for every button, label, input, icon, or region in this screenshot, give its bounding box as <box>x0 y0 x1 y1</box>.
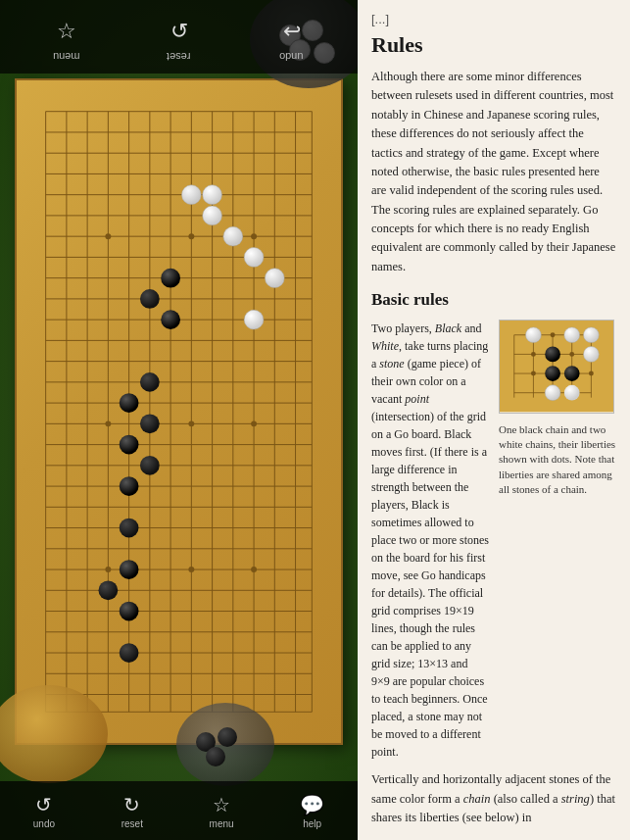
svg-point-73 <box>120 643 139 663</box>
reset-button-bottom[interactable]: ↻ reset <box>121 793 143 829</box>
rules-content: [...] Rules Although there are some mino… <box>358 0 630 840</box>
svg-point-45 <box>188 233 194 239</box>
chain-text: Vertically and horizontally adjacent sto… <box>371 770 616 827</box>
bottom-toolbar-left: ↺ undo ↻ reset ☆ menu 💬 help <box>0 781 358 840</box>
svg-point-90 <box>545 347 560 363</box>
svg-point-57 <box>244 248 264 268</box>
basic-rules-section: Two players, Black and White, take turns… <box>371 320 616 761</box>
chain-also: (also called a <box>491 792 561 806</box>
menu-icon-bottom: ☆ <box>213 793 230 816</box>
svg-point-46 <box>251 233 257 239</box>
svg-point-47 <box>105 420 111 426</box>
undo-icon-top: ↩ <box>272 12 312 51</box>
rules-intro-paragraph: Although there are some minor difference… <box>371 68 616 276</box>
svg-point-63 <box>140 372 160 392</box>
diagram-caption: One black chain and two white chains, th… <box>499 422 616 498</box>
help-label-bottom: help <box>303 818 321 829</box>
undo-label-bottom: undo <box>33 818 55 829</box>
reset-button-top[interactable]: ↺ reset <box>160 12 199 63</box>
svg-point-53 <box>203 185 222 205</box>
undo-icon-bottom: ↺ <box>35 793 52 816</box>
basic-and: and <box>461 321 481 335</box>
basic-text-1: Two players, <box>371 321 435 335</box>
svg-point-87 <box>531 371 536 376</box>
top-toolbar: ☆ menu ↺ reset ↩ undo <box>0 0 358 74</box>
reset-icon-top: ↺ <box>160 12 199 51</box>
basic-paragraph: Two players, Black and White, take turns… <box>371 320 489 761</box>
svg-point-50 <box>105 567 111 572</box>
help-button-bottom[interactable]: 💬 help <box>300 793 324 829</box>
svg-point-64 <box>120 393 139 413</box>
svg-point-86 <box>569 352 574 357</box>
reset-label-bottom: reset <box>121 818 143 829</box>
menu-label-top: menu <box>53 51 80 63</box>
svg-point-72 <box>120 602 139 621</box>
rules-intro: Although there are some minor difference… <box>371 68 616 276</box>
undo-label-top: undo <box>279 51 303 63</box>
black-label: Black <box>435 321 461 335</box>
svg-point-44 <box>105 233 111 239</box>
svg-point-52 <box>251 567 257 572</box>
basic-text-4: (intersection) of the grid on a Go board… <box>371 410 489 759</box>
svg-point-69 <box>120 519 139 538</box>
undo-button-bottom[interactable]: ↺ undo <box>33 793 55 829</box>
svg-point-60 <box>161 269 180 288</box>
point-label: point <box>405 392 429 406</box>
rules-title: Rules <box>371 32 616 58</box>
svg-point-55 <box>203 206 222 225</box>
go-diagram-svg <box>499 320 614 413</box>
svg-point-58 <box>265 269 284 288</box>
menu-button-top[interactable]: ☆ menu <box>47 12 86 63</box>
svg-point-66 <box>120 435 139 455</box>
basic-rules-text: Two players, Black and White, take turns… <box>371 320 489 761</box>
left-panel: ☆ menu ↺ reset ↩ undo <box>0 0 358 840</box>
reset-label-top: reset <box>167 51 190 63</box>
svg-point-67 <box>140 456 160 475</box>
svg-point-94 <box>564 327 580 343</box>
svg-point-89 <box>589 371 594 376</box>
svg-point-54 <box>181 185 201 205</box>
svg-point-56 <box>223 226 243 246</box>
chain-em: chain <box>463 792 491 806</box>
svg-point-96 <box>584 327 600 343</box>
svg-point-65 <box>140 414 160 433</box>
white-label: White <box>371 339 399 353</box>
svg-point-91 <box>545 366 560 381</box>
right-panel: [...] Rules Although there are some mino… <box>358 0 630 840</box>
svg-point-62 <box>161 310 180 329</box>
svg-point-61 <box>140 289 160 309</box>
menu-icon-top: ☆ <box>47 12 86 51</box>
reset-icon-bottom: ↻ <box>123 793 140 816</box>
rules-ellipsis: [...] <box>371 12 616 26</box>
svg-point-49 <box>251 420 257 426</box>
go-board <box>15 78 343 745</box>
go-diagram-col: One black chain and two white chains, th… <box>499 320 616 761</box>
undo-button-top[interactable]: ↩ undo <box>272 12 312 63</box>
menu-button-bottom[interactable]: ☆ menu <box>210 793 234 829</box>
svg-point-84 <box>551 332 556 337</box>
svg-point-70 <box>120 560 139 579</box>
basic-rules-title: Basic rules <box>371 290 616 310</box>
svg-point-51 <box>188 567 194 572</box>
chain-paragraph: Vertically and horizontally adjacent sto… <box>371 770 616 827</box>
svg-point-93 <box>526 327 542 343</box>
menu-label-bottom: menu <box>210 818 234 829</box>
help-icon-bottom: 💬 <box>300 793 324 816</box>
svg-point-59 <box>244 310 264 329</box>
svg-point-92 <box>564 366 580 381</box>
svg-point-85 <box>531 352 536 357</box>
string-em: string <box>561 792 590 806</box>
svg-point-95 <box>584 347 600 363</box>
stone-label: stone <box>379 357 404 371</box>
svg-point-68 <box>120 476 139 496</box>
svg-point-48 <box>188 420 194 426</box>
svg-point-71 <box>98 580 118 600</box>
svg-point-97 <box>545 385 560 401</box>
svg-point-98 <box>564 385 580 401</box>
